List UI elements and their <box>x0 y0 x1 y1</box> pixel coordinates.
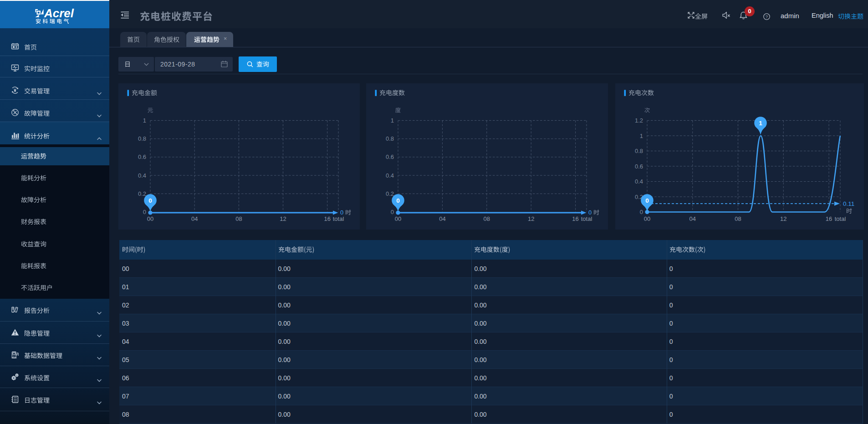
svg-text:00: 00 <box>644 215 650 222</box>
svg-text:16: 16 <box>324 215 330 222</box>
svg-text:total: total <box>581 215 592 222</box>
svg-text:0: 0 <box>143 209 146 215</box>
svg-text:0.4: 0.4 <box>138 172 146 179</box>
svg-text:0.8: 0.8 <box>386 135 394 142</box>
svg-text:00: 00 <box>147 215 153 222</box>
svg-text:0.4: 0.4 <box>635 178 643 185</box>
svg-text:1: 1 <box>759 120 762 127</box>
svg-text:00: 00 <box>395 215 401 222</box>
svg-text:08: 08 <box>235 215 242 222</box>
svg-text:0.6: 0.6 <box>138 153 146 160</box>
svg-text:0.11: 0.11 <box>843 200 854 207</box>
svg-text:0: 0 <box>645 197 649 204</box>
svg-text:0.4: 0.4 <box>386 172 394 179</box>
svg-text:0: 0 <box>340 209 343 216</box>
svg-text:0.2: 0.2 <box>138 190 146 197</box>
svg-text:04: 04 <box>439 215 445 222</box>
svg-text:1.2: 1.2 <box>635 117 643 124</box>
svg-text:?: ? <box>766 14 768 19</box>
svg-text:0.8: 0.8 <box>138 135 146 142</box>
svg-text:0.6: 0.6 <box>386 153 394 160</box>
svg-text:12: 12 <box>780 215 786 222</box>
svg-text:0: 0 <box>148 197 152 204</box>
svg-text:04: 04 <box>689 215 696 222</box>
svg-text:total: total <box>835 215 846 222</box>
svg-text:12: 12 <box>280 215 286 222</box>
svg-text:1: 1 <box>391 117 394 124</box>
svg-text:04: 04 <box>191 215 198 222</box>
svg-text:12: 12 <box>528 215 534 222</box>
svg-text:0.2: 0.2 <box>386 190 394 197</box>
svg-text:total: total <box>333 215 344 222</box>
svg-text:08: 08 <box>484 215 490 222</box>
svg-text:0: 0 <box>588 209 592 216</box>
svg-text:0.8: 0.8 <box>635 148 643 154</box>
svg-text:1: 1 <box>640 133 643 139</box>
svg-text:16: 16 <box>826 215 832 222</box>
svg-text:0: 0 <box>391 209 394 215</box>
svg-text:0.6: 0.6 <box>635 163 643 170</box>
svg-text:0: 0 <box>396 197 400 204</box>
svg-text:0: 0 <box>640 209 643 215</box>
svg-text:1: 1 <box>143 117 146 124</box>
svg-text:16: 16 <box>572 215 578 222</box>
svg-text:08: 08 <box>735 215 741 222</box>
